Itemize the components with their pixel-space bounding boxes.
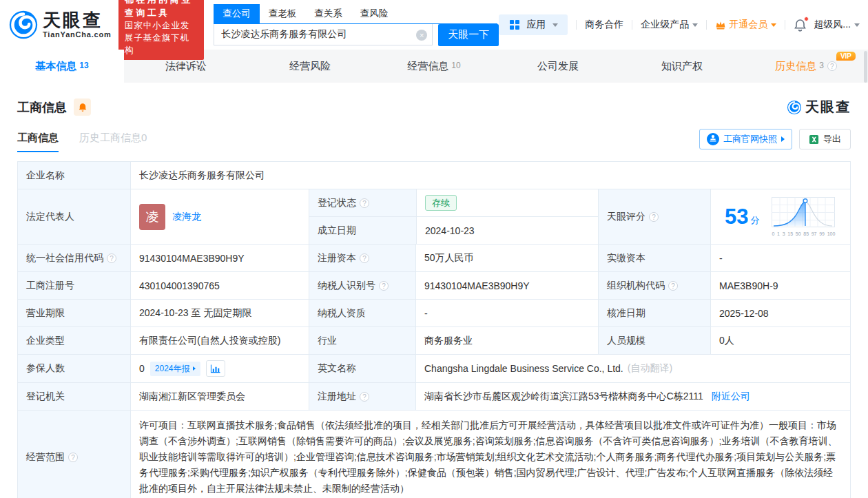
table-row: 法定代表人 凌 凌海龙 登记状态 ? 存续 — [18, 189, 850, 244]
tianyancha-logo-icon — [787, 100, 802, 115]
field-label: 工商注册号 — [18, 272, 130, 299]
status-badge: 存续 — [425, 195, 457, 211]
table-row: 工商注册号 430104001390765 纳税人识别号 ? 91430104M… — [18, 271, 850, 299]
field-label: 参保人数 — [18, 355, 130, 382]
approval-date-value: 2025-12-08 — [710, 300, 850, 326]
legal-rep-link[interactable]: 凌海龙 — [172, 211, 201, 223]
company-name-value: 长沙凌达乐商务服务有限公司 — [130, 162, 850, 189]
auto-translate-note: (自动翻译) — [628, 362, 672, 375]
table-row: 登记机关 湖南湘江新区管理委员会 注册地址 ? 湖南省长沙市岳麓区观沙岭街道滨江… — [18, 382, 850, 410]
help-icon[interactable]: ? — [379, 281, 389, 291]
chevron-down-icon — [771, 23, 776, 27]
help-icon[interactable]: ? — [649, 212, 659, 222]
score-distribution-chart: 0131550859799100 — [772, 197, 835, 236]
main-tab-bar: 基本信息 13 法律诉讼 经营风险 经营信息 10 公司发展 知识产权 VIP … — [0, 50, 868, 83]
section-title: 工商信息 — [17, 99, 67, 116]
field-label: 注册地址 ? — [309, 383, 415, 410]
tab-operating-risk[interactable]: 经营风险 — [248, 50, 372, 83]
field-label: 企业类型 — [18, 327, 130, 354]
tab-operating-info[interactable]: 经营信息 10 — [372, 50, 496, 83]
chevron-down-icon — [692, 23, 698, 27]
apps-menu[interactable]: 应用 — [499, 14, 568, 35]
notification-dot — [804, 17, 809, 21]
field-label: 登记机关 — [18, 383, 130, 410]
reg-capital-value: 50万人民币 — [415, 245, 598, 271]
subscribe-bell-icon[interactable] — [74, 98, 91, 116]
divider — [785, 20, 785, 30]
trend-chart-icon[interactable] — [206, 360, 225, 377]
vip-badge: VIP — [836, 52, 856, 61]
subtab-business-info[interactable]: 工商信息 — [17, 132, 59, 152]
field-label: 法定代表人 — [18, 189, 130, 244]
legal-rep-avatar[interactable]: 凌 — [139, 204, 165, 230]
chevron-down-icon — [854, 23, 860, 27]
field-label: 纳税人识别号 ? — [309, 272, 415, 299]
search-tab-boss[interactable]: 查老板 — [260, 4, 306, 23]
help-icon[interactable]: ? — [360, 253, 369, 263]
field-label: 企业名称 — [18, 162, 130, 189]
help-icon[interactable]: ? — [827, 61, 837, 71]
help-icon[interactable]: ? — [668, 281, 678, 291]
tianyancha-logo-icon — [8, 10, 39, 40]
table-row: 统一社会信用代码 ? 91430104MAE3B90H9Y 注册资本 ? 50万… — [18, 244, 850, 271]
search-button[interactable]: 天眼一下 — [438, 24, 499, 46]
nav-open-membership[interactable]: 开通会员 — [715, 19, 776, 31]
help-icon[interactable]: ? — [68, 453, 78, 462]
search-tab-company[interactable]: 查公司 — [214, 4, 260, 23]
company-type-value: 有限责任公司(自然人投资或控股) — [130, 327, 309, 354]
slogan-line1: 都在用的商业查询工具 — [125, 0, 198, 19]
establish-date-value: 2024-10-23 — [416, 217, 599, 244]
field-label: 纳税人资质 — [309, 300, 415, 326]
business-info-table: 企业名称 长沙凌达乐商务服务有限公司 法定代表人 凌 凌海龙 登记状态 ? — [17, 161, 851, 498]
scrollbar-thumb[interactable] — [864, 51, 867, 83]
tianyan-score[interactable]: 53 分 — [710, 189, 850, 244]
official-snapshot-button[interactable]: 工商官网快照 — [699, 129, 792, 149]
nav-cooperation[interactable]: 商务合作 — [585, 19, 623, 31]
search-input[interactable] — [214, 24, 433, 45]
field-label: 统一社会信用代码 ? — [18, 245, 130, 271]
reg-number-value: 430104001390765 — [130, 272, 309, 299]
nav-super-risk[interactable]: 超级风... — [814, 19, 860, 31]
divider — [576, 20, 577, 30]
reg-address-value: 湖南省长沙市岳麓区观沙岭街道滨江路53号楷林商务中心C栋2111 — [424, 391, 703, 403]
tianyancha-company-page: 天眼查 TianYanCha.com 都在用的商业查询工具 国家中小企业发展子基… — [0, 0, 868, 498]
english-name-value: Changsha Lingdale Business Service Co., … — [424, 363, 623, 374]
subtab-history-business-info[interactable]: 历史工商信息0 — [79, 132, 147, 152]
field-label: 人员规模 — [598, 327, 710, 354]
tab-intellectual-property[interactable]: 知识产权 — [620, 50, 744, 83]
brand-logo[interactable]: 天眼查 TianYanCha.com — [8, 10, 112, 40]
help-icon[interactable]: ? — [107, 253, 116, 263]
section-watermark-logo: 天眼查 — [787, 98, 851, 116]
divider — [632, 20, 632, 30]
brand-name: 天眼查 — [43, 11, 112, 29]
nav-enterprise[interactable]: 企业级产品 — [641, 19, 698, 31]
field-label: 成立日期 — [309, 217, 416, 244]
arrow-right-icon — [193, 366, 196, 371]
apps-grid-icon — [510, 20, 519, 30]
tab-basic-info[interactable]: 基本信息 13 — [0, 50, 124, 83]
divider — [706, 20, 707, 30]
taxpayer-quality-value: - — [415, 300, 598, 326]
help-icon[interactable]: ? — [360, 392, 369, 402]
field-label: 营业期限 — [18, 300, 130, 326]
tab-legal-proceedings[interactable]: 法律诉讼 — [124, 50, 248, 83]
search-box: 查公司 查老板 查关系 查风险 × 天眼一下 — [214, 4, 499, 46]
notification-bell-icon[interactable] — [794, 19, 807, 32]
field-label: 注册资本 ? — [309, 245, 415, 271]
field-label: 登记状态 ? — [309, 189, 416, 216]
search-tab-relation[interactable]: 查关系 — [305, 4, 351, 23]
help-icon[interactable]: ? — [360, 198, 369, 208]
export-button[interactable]: 导出 — [799, 129, 851, 149]
tab-history-info[interactable]: VIP 历史信息 3 ? — [744, 50, 868, 83]
tab-company-development[interactable]: 公司发展 — [496, 50, 620, 83]
brand-domain: TianYanCha.com — [43, 30, 112, 39]
annual-report-badge[interactable]: 2024年报 — [150, 362, 200, 376]
score-axis-labels: 0131550859799100 — [772, 231, 835, 236]
table-row: 企业类型 有限责任公司(自然人投资或控股) 行业 商务服务业 人员规模 0人 — [18, 326, 850, 354]
org-code-value: MAE3B90H-9 — [710, 272, 850, 299]
search-tab-risk[interactable]: 查风险 — [351, 4, 397, 23]
nearby-companies-link[interactable]: 附近公司 — [712, 391, 750, 403]
content: 工商信息 天眼查 工商信息 历史工商信息0 — [0, 83, 868, 498]
field-label: 组织机构代码 ? — [598, 272, 710, 299]
table-row: 企业名称 长沙凌达乐商务服务有限公司 — [18, 162, 850, 189]
